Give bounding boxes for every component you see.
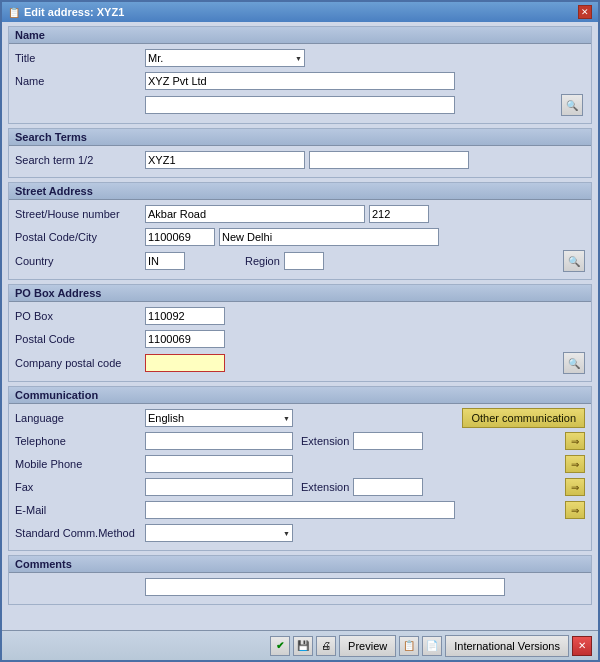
other-communication-button[interactable]: Other communication bbox=[462, 408, 585, 428]
check-button[interactable]: ✔ bbox=[270, 636, 290, 656]
email-row: E-Mail ⇒ bbox=[15, 500, 585, 520]
fax-input[interactable] bbox=[145, 478, 293, 496]
mobile-input[interactable] bbox=[145, 455, 293, 473]
comments-section: Comments bbox=[8, 555, 592, 605]
street-row: Street/House number bbox=[15, 204, 585, 224]
name-section-header: Name bbox=[9, 27, 591, 44]
search-term-row: Search term 1/2 bbox=[15, 150, 585, 170]
name-label: Name bbox=[15, 75, 145, 87]
email-label: E-Mail bbox=[15, 504, 145, 516]
bottom-toolbar: ✔ 💾 🖨 Preview 📋 📄 International Versions… bbox=[2, 630, 598, 660]
title-label: Title bbox=[15, 52, 145, 64]
comments-body bbox=[9, 573, 591, 604]
mobile-arrow-button[interactable]: ⇒ bbox=[565, 455, 585, 473]
search-inputs bbox=[145, 151, 469, 169]
street-search-button[interactable]: 🔍 bbox=[563, 250, 585, 272]
po-postal-input[interactable] bbox=[145, 330, 225, 348]
name-search-button[interactable]: 🔍 bbox=[561, 94, 583, 116]
search-terms-section: Search Terms Search term 1/2 bbox=[8, 128, 592, 178]
title-select[interactable]: Mr. bbox=[145, 49, 305, 67]
po-box-header: PO Box Address bbox=[9, 285, 591, 302]
email-arrow-button[interactable]: ⇒ bbox=[565, 501, 585, 519]
telephone-input[interactable] bbox=[145, 432, 293, 450]
printer-icon: 🖨 bbox=[321, 640, 331, 651]
email-input[interactable] bbox=[145, 501, 455, 519]
communication-section: Communication Language English Other com… bbox=[8, 386, 592, 551]
name-section-body: Title Mr. Name 🔍 bbox=[9, 44, 591, 123]
telephone-arrow-button[interactable]: ⇒ bbox=[565, 432, 585, 450]
edit-address-window: 📋 Edit address: XYZ1 ✕ Name Title Mr. Na… bbox=[0, 0, 600, 662]
fax-row: Fax Extension ⇒ bbox=[15, 477, 585, 497]
region-input[interactable] bbox=[284, 252, 324, 270]
telephone-row: Telephone Extension ⇒ bbox=[15, 431, 585, 451]
language-select-wrapper: English bbox=[145, 409, 293, 427]
paste-button[interactable]: 📄 bbox=[422, 636, 442, 656]
paste-icon: 📄 bbox=[426, 640, 438, 651]
po-box-input[interactable] bbox=[145, 307, 225, 325]
save-button[interactable]: 💾 bbox=[293, 636, 313, 656]
search-terms-body: Search term 1/2 bbox=[9, 146, 591, 177]
window-title: Edit address: XYZ1 bbox=[24, 6, 124, 18]
communication-body: Language English Other communication Tel… bbox=[9, 404, 591, 550]
close-icon: ✕ bbox=[578, 640, 586, 651]
fax-ext-label: Extension bbox=[301, 481, 349, 493]
postal-city-row: Postal Code/City bbox=[15, 227, 585, 247]
title-bar-left: 📋 Edit address: XYZ1 bbox=[8, 6, 124, 18]
name-row: Name bbox=[15, 71, 585, 91]
mobile-label: Mobile Phone bbox=[15, 458, 145, 470]
communication-header: Communication bbox=[9, 387, 591, 404]
street-input[interactable] bbox=[145, 205, 365, 223]
street-body: Street/House number Postal Code/City Cou… bbox=[9, 200, 591, 279]
company-postal-input[interactable] bbox=[145, 354, 225, 372]
company-postal-row: Company postal code 🔍 bbox=[15, 352, 585, 374]
po-box-row: PO Box bbox=[15, 306, 585, 326]
po-box-body: PO Box Postal Code Company postal code 🔍 bbox=[9, 302, 591, 381]
name2-input[interactable] bbox=[145, 96, 455, 114]
print-button[interactable]: 🖨 bbox=[316, 636, 336, 656]
copy-button[interactable]: 📋 bbox=[399, 636, 419, 656]
po-postal-row: Postal Code bbox=[15, 329, 585, 349]
po-search-button[interactable]: 🔍 bbox=[563, 352, 585, 374]
comments-row bbox=[15, 577, 585, 597]
telephone-ext-label: Extension bbox=[301, 435, 349, 447]
language-label: Language bbox=[15, 412, 145, 424]
std-comm-row: Standard Comm.Method bbox=[15, 523, 585, 543]
comments-input[interactable] bbox=[145, 578, 505, 596]
name-section: Name Title Mr. Name bbox=[8, 26, 592, 124]
close-button[interactable]: ✕ bbox=[572, 636, 592, 656]
language-select[interactable]: English bbox=[145, 409, 293, 427]
telephone-ext-input[interactable] bbox=[353, 432, 423, 450]
fax-label: Fax bbox=[15, 481, 145, 493]
comments-header: Comments bbox=[9, 556, 591, 573]
std-comm-label: Standard Comm.Method bbox=[15, 527, 145, 539]
postal-city-label: Postal Code/City bbox=[15, 231, 145, 243]
title-row: Title Mr. bbox=[15, 48, 585, 68]
mobile-row: Mobile Phone ⇒ bbox=[15, 454, 585, 474]
fax-arrow-button[interactable]: ⇒ bbox=[565, 478, 585, 496]
search-term2-input[interactable] bbox=[309, 151, 469, 169]
postal-code-input[interactable] bbox=[145, 228, 215, 246]
fax-ext-input[interactable] bbox=[353, 478, 423, 496]
street-header: Street Address bbox=[9, 183, 591, 200]
country-input[interactable] bbox=[145, 252, 185, 270]
window-icon: 📋 bbox=[8, 7, 20, 18]
street-address-section: Street Address Street/House number Posta… bbox=[8, 182, 592, 280]
street-label: Street/House number bbox=[15, 208, 145, 220]
title-bar: 📋 Edit address: XYZ1 ✕ bbox=[2, 2, 598, 22]
search-terms-header: Search Terms bbox=[9, 129, 591, 146]
po-box-section: PO Box Address PO Box Postal Code Compan… bbox=[8, 284, 592, 382]
house-number-input[interactable] bbox=[369, 205, 429, 223]
region-label: Region bbox=[245, 255, 280, 267]
preview-button[interactable]: Preview bbox=[339, 635, 396, 657]
telephone-label: Telephone bbox=[15, 435, 145, 447]
international-versions-button[interactable]: International Versions bbox=[445, 635, 569, 657]
country-label: Country bbox=[15, 255, 145, 267]
title-select-wrapper: Mr. bbox=[145, 49, 305, 67]
name2-row: 🔍 bbox=[15, 94, 585, 116]
search-term1-input[interactable] bbox=[145, 151, 305, 169]
window-close-button[interactable]: ✕ bbox=[578, 5, 592, 19]
city-input[interactable] bbox=[219, 228, 439, 246]
name-input[interactable] bbox=[145, 72, 455, 90]
copy-icon: 📋 bbox=[403, 640, 415, 651]
std-comm-select[interactable] bbox=[145, 524, 293, 542]
